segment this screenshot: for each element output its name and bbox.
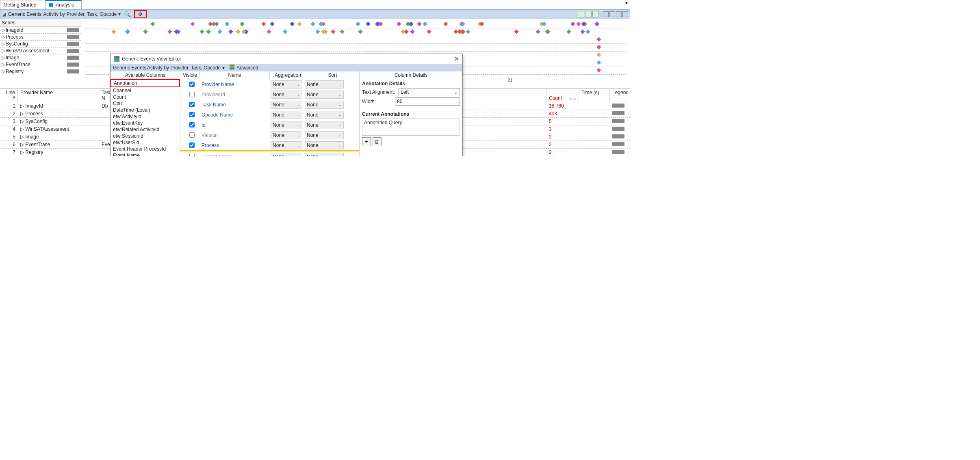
cell-task: Eve	[99, 142, 111, 147]
text-alignment-select[interactable]: Left ⌄	[399, 88, 460, 96]
column-row[interactable]: Task NameNone⌄None⌄	[180, 99, 359, 110]
column-name: Opcode Name	[202, 112, 271, 118]
layout-graph-icon[interactable]	[585, 11, 592, 17]
aggregation-select[interactable]: None⌄	[271, 101, 302, 109]
available-column-item[interactable]: Channel	[111, 87, 180, 94]
aggregation-select[interactable]: None⌄	[271, 131, 302, 139]
column-row[interactable]: IdNone⌄None⌄	[180, 120, 359, 130]
legend-swatch	[612, 111, 624, 115]
column-row[interactable]: Opcode NameNone⌄None⌄	[180, 110, 359, 120]
available-column-item[interactable]: etw:Related ActivityId	[111, 126, 180, 133]
expand-icon[interactable]: ▷	[20, 126, 24, 132]
sub-preset-dropdown[interactable]: Activity by Provider, Task, Opcode ▾	[147, 65, 225, 71]
series-color-swatch	[67, 56, 79, 60]
series-item[interactable]: ▷Process	[0, 34, 81, 41]
visible-checkbox[interactable]	[189, 102, 195, 107]
series-item[interactable]: ▷SysConfig	[0, 41, 81, 48]
graph-toolbar: ◢ Generic Events Activity by Provider, T…	[0, 9, 630, 19]
sub-source-label[interactable]: Generic Events	[113, 65, 146, 71]
series-item[interactable]: ▷WinSATAssessment	[0, 48, 81, 54]
visible-checkbox[interactable]	[189, 122, 195, 127]
available-column-item[interactable]: etw:SessionId	[111, 133, 180, 139]
tab-badge: 1	[49, 3, 54, 7]
visible-checkbox[interactable]	[189, 112, 195, 117]
aggregation-select[interactable]: None⌄	[271, 91, 302, 99]
available-column-item[interactable]: Cpu	[111, 100, 180, 107]
column-row[interactable]: Provider IdNone⌄None⌄	[180, 89, 359, 99]
col-header-count[interactable]: Count Sum	[546, 89, 579, 102]
tab-overflow-button[interactable]: ▾	[623, 0, 630, 9]
aggregation-select[interactable]: None⌄	[271, 80, 302, 89]
expand-icon[interactable]: ▷	[20, 111, 24, 117]
col-header-task[interactable]: Task N	[99, 89, 111, 102]
annotations-list[interactable]: Annotation Query	[362, 119, 460, 136]
delete-annotation-button[interactable]: 🗑	[373, 137, 382, 146]
sort-select[interactable]: None⌄	[305, 141, 344, 149]
window-min-icon[interactable]	[603, 11, 609, 17]
column-name: Provider Name	[202, 82, 271, 87]
expand-icon[interactable]: ▷	[20, 149, 24, 155]
visible-checkbox[interactable]	[189, 92, 195, 97]
expand-icon[interactable]: ◢	[0, 11, 7, 17]
cell-provider: ▷ ImageId	[18, 103, 99, 109]
series-item[interactable]: ▷Registry	[0, 68, 81, 75]
annotation-item[interactable]: Annotation Query	[364, 120, 458, 125]
available-column-item[interactable]: Event Header ProcessId	[111, 146, 180, 152]
available-column-item[interactable]: Count	[111, 94, 180, 100]
tab-analysis[interactable]: 1 Analysis	[45, 0, 82, 9]
search-icon[interactable]: 🔍	[121, 11, 133, 17]
advanced-link[interactable]: Advanced	[230, 65, 258, 71]
visible-checkbox[interactable]	[189, 82, 195, 87]
available-column-item[interactable]: Annotation	[111, 79, 180, 87]
view-editor-button[interactable]: ⚙	[134, 10, 147, 18]
col-header-time[interactable]: Time (s)	[579, 89, 610, 102]
expand-icon[interactable]: ▷	[20, 103, 24, 109]
preset-dropdown[interactable]: Activity by Provider, Task, Opcode ▾	[42, 11, 121, 17]
visible-checkbox[interactable]	[189, 132, 195, 138]
tab-getting-started[interactable]: Getting Started	[0, 0, 44, 9]
aggregation-select[interactable]: None⌄	[271, 141, 302, 149]
aggregation-select[interactable]: None⌄	[271, 111, 302, 119]
series-item[interactable]: ▷ImageId	[0, 27, 81, 34]
series-item[interactable]: ▷Image	[0, 54, 81, 61]
graph-source-label[interactable]: Generic Events	[7, 11, 42, 17]
available-column-item[interactable]: etw:EventKey	[111, 120, 180, 126]
window-restore-icon[interactable]	[616, 11, 622, 17]
sort-select[interactable]: None⌄	[305, 91, 344, 99]
width-input[interactable]	[395, 97, 460, 106]
column-row[interactable]: Provider NameNone⌄None⌄	[180, 79, 359, 89]
dialog-titlebar[interactable]: Generic Events View Editor ✕	[111, 54, 462, 64]
expand-icon[interactable]: ▷	[20, 119, 24, 124]
sort-select[interactable]: None⌄	[305, 101, 344, 109]
series-item[interactable]: ▷EventTrace	[0, 61, 81, 68]
visible-checkbox[interactable]	[189, 154, 195, 156]
close-icon[interactable]: ✕	[454, 56, 459, 62]
available-column-item[interactable]: etw:UserSid	[111, 139, 180, 146]
layout-both-icon[interactable]	[578, 11, 584, 17]
column-row[interactable]: ProcessNone⌄None⌄	[180, 140, 359, 150]
count-label: Count	[549, 95, 562, 101]
available-column-item[interactable]: etw:ActivityId	[111, 113, 180, 120]
visible-checkbox[interactable]	[189, 143, 195, 148]
aggregation-select[interactable]: None⌄	[271, 121, 302, 129]
column-row[interactable]: VersionNone⌄None⌄	[180, 130, 359, 140]
col-header-provider[interactable]: Provider Name	[18, 89, 99, 102]
col-header-line[interactable]: Line #	[0, 89, 18, 102]
sort-select[interactable]: None⌄	[305, 153, 344, 157]
column-row[interactable]: Thread NameNone⌄None⌄	[180, 151, 359, 156]
sort-select[interactable]: None⌄	[305, 111, 344, 119]
available-column-item[interactable]: Event Name	[111, 152, 180, 156]
expand-icon[interactable]: ▷	[20, 134, 24, 140]
legend-swatch	[612, 142, 624, 146]
window-close-icon[interactable]	[622, 11, 628, 17]
aggregation-select[interactable]: None⌄	[271, 153, 302, 157]
available-column-item[interactable]: DateTime (Local)	[111, 107, 180, 113]
col-header-legend[interactable]: Legend	[610, 89, 630, 102]
layout-table-icon[interactable]	[592, 11, 599, 17]
expand-icon[interactable]: ▷	[20, 142, 24, 147]
window-max-icon[interactable]	[609, 11, 615, 17]
add-annotation-button[interactable]: +	[362, 137, 371, 146]
sort-select[interactable]: None⌄	[305, 131, 344, 139]
sort-select[interactable]: None⌄	[305, 80, 344, 89]
sort-select[interactable]: None⌄	[305, 121, 344, 129]
